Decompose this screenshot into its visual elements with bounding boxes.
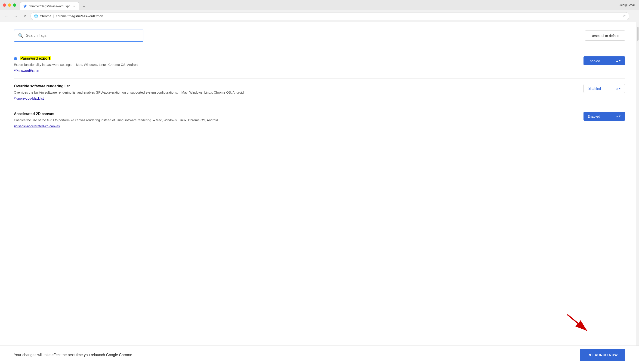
flag-anchor-link[interactable]: #PasswordExport (14, 69, 39, 72)
relaunch-now-button[interactable]: RELAUNCH NOW (580, 349, 625, 361)
flag-item: Accelerated 2D canvas Enables the use of… (14, 106, 625, 134)
flag-info: Password export Export functionality in … (14, 56, 583, 73)
window-controls (3, 4, 16, 7)
title-bar: chrome://flags/#PasswordExpo × + Jeff@Gm… (0, 0, 639, 10)
new-tab-button[interactable]: + (81, 4, 87, 10)
tab-favicon-icon (23, 4, 27, 8)
active-dot (14, 57, 17, 60)
search-box: 🔍 (14, 30, 143, 42)
reset-all-button[interactable]: Reset all to default (585, 30, 625, 41)
flag-dropdown[interactable]: Enabled ▲▼ (583, 56, 625, 65)
flag-item: Password export Export functionality in … (14, 51, 625, 78)
chrome-label: Chrome (40, 14, 51, 18)
scrollbar-track[interactable] (636, 22, 639, 364)
maximize-button[interactable] (13, 4, 16, 7)
address-bar[interactable]: 🌐 Chrome | chrome://flags/#PasswordExpor… (31, 12, 629, 20)
address-separator: | (53, 14, 54, 18)
refresh-button[interactable]: ↺ (21, 12, 29, 20)
svg-line-1 (567, 314, 587, 331)
dropdown-arrow-icon: ▲▼ (616, 59, 621, 62)
tab-bar: chrome://flags/#PasswordExpo × + (20, 0, 87, 10)
minimize-button[interactable] (8, 4, 11, 7)
navbar: ← → ↺ 🌐 Chrome | chrome://flags/#Passwor… (0, 10, 639, 22)
flag-item: Override software rendering list Overrid… (14, 78, 625, 106)
search-icon: 🔍 (18, 33, 23, 38)
flag-info: Accelerated 2D canvas Enables the use of… (14, 112, 583, 128)
flag-title-row: Override software rendering list (14, 84, 574, 88)
bookmark-star-button[interactable]: ☆ (622, 14, 626, 18)
flag-title-row: Password export (14, 56, 574, 60)
tab-title: chrome://flags/#PasswordExpo (29, 4, 70, 8)
flag-dropdown-label: Enabled (587, 114, 600, 118)
red-arrow-icon (565, 312, 593, 335)
tab-close-button[interactable]: × (72, 4, 76, 8)
dropdown-arrow-icon: ▲▼ (616, 115, 621, 118)
flag-anchor-link[interactable]: #disable-accelerated-2d-canvas (14, 124, 60, 128)
page-content: 🔍 Reset all to default Password export E… (0, 22, 639, 364)
annotation-arrow (565, 312, 593, 336)
flag-title-text: Accelerated 2D canvas (14, 112, 54, 116)
flag-title-text: Override software rendering list (14, 84, 70, 88)
flag-description: Overrides the built-in software renderin… (14, 90, 574, 95)
flag-dropdown[interactable]: Disabled ▲▼ (583, 84, 625, 93)
close-button[interactable] (3, 4, 6, 7)
bottom-bar: Your changes will take effect the next t… (0, 346, 639, 364)
scrollbar-thumb[interactable] (637, 27, 638, 41)
security-icon: 🌐 (34, 14, 38, 18)
forward-button[interactable]: → (12, 12, 20, 20)
flag-dropdown-label: Enabled (587, 59, 600, 63)
user-label: Jeff@Gmail (619, 3, 635, 7)
chrome-menu-button[interactable]: ⋮ (632, 14, 636, 19)
address-url: chrome://flags/#PasswordExport (56, 14, 103, 18)
flag-description: Enables the use of the GPU to perform 2d… (14, 118, 574, 123)
active-tab[interactable]: chrome://flags/#PasswordExpo × (20, 2, 79, 10)
search-input[interactable] (26, 34, 139, 38)
back-button[interactable]: ← (3, 12, 10, 20)
flag-anchor-link[interactable]: #ignore-gpu-blacklist (14, 96, 44, 100)
flags-list: Password export Export functionality in … (14, 51, 625, 134)
search-section: 🔍 Reset all to default (14, 30, 625, 42)
flag-title-text: Password export (20, 56, 51, 60)
bottom-message: Your changes will take effect the next t… (14, 353, 133, 357)
flag-description: Export functionality in password setting… (14, 62, 574, 67)
flag-title-highlight: Password export (20, 56, 51, 60)
flag-info: Override software rendering list Overrid… (14, 84, 583, 100)
flag-title-row: Accelerated 2D canvas (14, 112, 574, 116)
flag-dropdown[interactable]: Enabled ▲▼ (583, 112, 625, 121)
dropdown-arrow-icon: ▲▼ (616, 87, 621, 90)
flag-dropdown-label: Disabled (587, 87, 601, 90)
